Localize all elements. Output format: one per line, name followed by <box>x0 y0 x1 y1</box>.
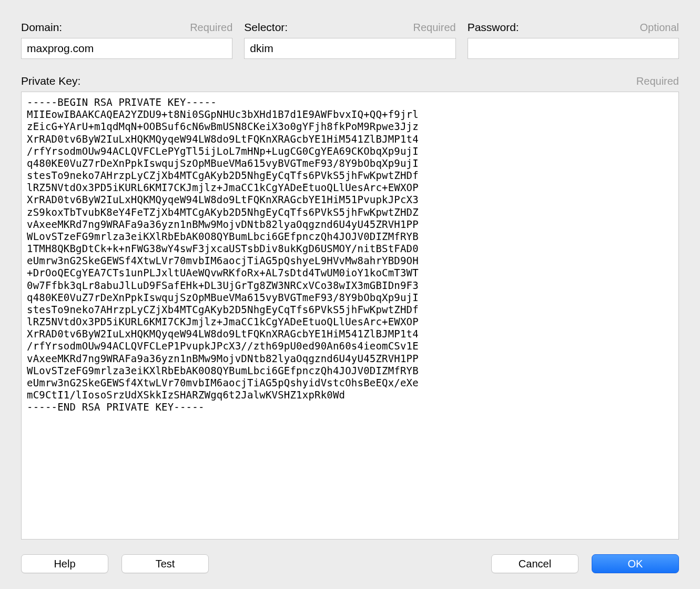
domain-field-group: Domain: Required <box>21 21 232 59</box>
domain-hint: Required <box>190 22 232 34</box>
password-input[interactable] <box>468 38 679 59</box>
private-key-hint: Required <box>636 75 679 87</box>
selector-label: Selector: <box>244 21 288 34</box>
domain-input[interactable] <box>21 38 232 59</box>
button-row: Help Test Cancel OK <box>21 550 679 573</box>
private-key-textarea[interactable] <box>21 92 679 540</box>
ok-button[interactable]: OK <box>592 554 679 573</box>
cancel-button[interactable]: Cancel <box>491 554 579 573</box>
domain-label: Domain: <box>21 21 62 34</box>
password-field-group: Password: Optional <box>468 21 679 59</box>
help-button[interactable]: Help <box>21 554 108 573</box>
test-button[interactable]: Test <box>121 554 209 573</box>
password-hint: Optional <box>640 22 679 34</box>
password-label: Password: <box>468 21 519 34</box>
selector-hint: Required <box>413 22 455 34</box>
private-key-label: Private Key: <box>21 75 80 87</box>
selector-input[interactable] <box>244 38 455 59</box>
selector-field-group: Selector: Required <box>244 21 455 59</box>
private-key-section: Private Key: Required <box>21 75 679 540</box>
